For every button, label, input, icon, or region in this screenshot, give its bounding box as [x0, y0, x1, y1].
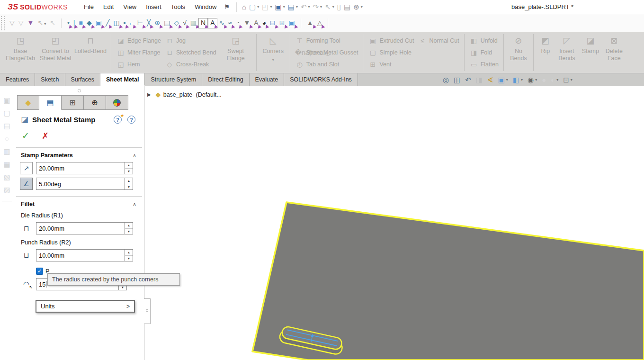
die-radius-input[interactable]: [36, 223, 125, 234]
stamp-depth-icon[interactable]: ↗: [20, 162, 33, 174]
smart-dimension-icon[interactable]: ⊢: [135, 18, 145, 28]
save-icon[interactable]: ▣▾: [274, 2, 286, 11]
magnifier-icon[interactable]: ◔: [234, 18, 242, 28]
cancel-x-button[interactable]: ✗: [42, 131, 49, 141]
tab-direct-editing[interactable]: Direct Editing: [202, 73, 249, 86]
select-icon[interactable]: ↖▾: [323, 2, 336, 11]
spin-up-icon[interactable]: ▲: [125, 178, 133, 184]
help-icon[interactable]: ?: [127, 116, 135, 124]
dropdown-caret-icon[interactable]: ▾: [270, 5, 272, 9]
node-expand-icon[interactable]: ⊞: [277, 18, 287, 28]
spin-down-icon[interactable]: ▼: [125, 184, 133, 190]
filter-active-icon[interactable]: ▼: [26, 18, 36, 28]
tab-structure-system[interactable]: Structure System: [145, 73, 202, 86]
dynamic-annotation-icon[interactable]: ∢: [485, 75, 496, 84]
depth-input[interactable]: [36, 162, 125, 174]
angle-input[interactable]: [36, 178, 125, 189]
tab-evaluate[interactable]: Evaluate: [250, 73, 285, 86]
spline-icon[interactable]: ∿: [217, 18, 227, 28]
ok-check-button[interactable]: ✓: [22, 130, 29, 141]
zoom-to-selection-icon[interactable]: N: [198, 18, 208, 28]
feature-tree-root[interactable]: ▶ ◆ base_plate- (Default...: [147, 91, 222, 98]
display-style-icon[interactable]: ◧▾: [510, 75, 525, 84]
tab-display-manager[interactable]: [106, 95, 128, 110]
clamp-icon[interactable]: ▼: [242, 18, 252, 28]
ribbon-button-stamp[interactable]: ◪ Stamp: [579, 34, 602, 71]
collapse-chevron-icon[interactable]: ∧: [133, 201, 136, 207]
hide-show-items-icon[interactable]: ◉▾: [525, 75, 539, 84]
lock-icon[interactable]: ▣: [3, 94, 10, 107]
expand-arrow-icon[interactable]: ▶: [147, 92, 151, 97]
ribbon-button-delete-face[interactable]: ⊠ Delete Face: [602, 34, 626, 71]
tab-feature-manager[interactable]: ◆: [17, 95, 39, 110]
tab-surfaces[interactable]: Surfaces: [65, 73, 100, 86]
design-library-icon[interactable]: ▤: [3, 119, 10, 132]
image-disabled-icon[interactable]: ▧: [3, 171, 10, 183]
dropdown-caret-icon[interactable]: ▾: [556, 78, 558, 82]
menu-pin-icon[interactable]: ⚑: [224, 3, 230, 10]
walkthrough-icon[interactable]: ▲: [305, 18, 315, 28]
punch-fillet-checkbox[interactable]: ✓: [36, 268, 43, 275]
collapse-chevron-icon[interactable]: ∧: [133, 153, 136, 159]
dropdown-caret-icon[interactable]: ▾: [257, 5, 259, 9]
ribbon-button-tab-and-slot[interactable]: ◴Tab and Slot: [295, 58, 358, 70]
ribbon-button-edge-flange[interactable]: ◪Edge Flange: [116, 35, 161, 47]
tab-sheet-metal[interactable]: Sheet Metal: [100, 73, 145, 86]
ribbon-button-miter-flange[interactable]: ◫Miter Flange: [116, 47, 161, 59]
ribbon-button-fold[interactable]: ◨Fold: [469, 47, 499, 59]
menu-view[interactable]: View: [118, 1, 141, 12]
units-menu-item[interactable]: Units >: [36, 300, 135, 313]
ribbon-button-no-bends[interactable]: ⊘ No Bends: [507, 34, 530, 71]
spin-down-icon[interactable]: ▼: [125, 256, 133, 261]
dropdown-caret-icon[interactable]: ▾: [320, 5, 322, 9]
extrude-cube-icon[interactable]: ▣: [94, 18, 104, 28]
filter-icon[interactable]: ▽: [8, 18, 17, 28]
menu-edit[interactable]: Edit: [98, 1, 118, 12]
redo-icon[interactable]: ↷▾: [312, 2, 324, 11]
ribbon-button-sheet-metal-gusset[interactable]: �național◵Sheet Metal Gusset: [295, 47, 358, 59]
dropdown-caret-icon[interactable]: ▾: [44, 22, 46, 26]
dropdown-caret-icon[interactable]: ▾: [332, 5, 334, 9]
select-lasso-icon[interactable]: ↖: [48, 18, 57, 28]
document-export-icon[interactable]: ▦: [3, 158, 10, 171]
photo-annotation-icon[interactable]: A: [252, 18, 260, 28]
toolbar-grip-handle[interactable]: [1, 16, 5, 30]
panel-resize-handle[interactable]: [78, 89, 81, 92]
ribbon-button-vent[interactable]: ⊞Vent: [368, 58, 414, 70]
walkthrough-record-icon[interactable]: △: [315, 18, 324, 28]
spin-up-icon[interactable]: ▲: [125, 223, 133, 229]
sketch-line-icon[interactable]: |: [72, 18, 77, 28]
apply-scene-icon[interactable]: ◐▾: [548, 75, 561, 84]
spin-down-icon[interactable]: ▼: [125, 229, 133, 234]
ribbon-button-flatten[interactable]: ▭Flatten: [469, 58, 499, 70]
print-icon[interactable]: ▤▾: [286, 2, 299, 11]
undo-icon[interactable]: ↶▾: [299, 2, 312, 11]
menu-window[interactable]: Window: [190, 1, 221, 12]
fillet-header[interactable]: Fillet ∧: [21, 201, 136, 207]
ribbon-button-insert-bends[interactable]: ◸ Insert Bends: [555, 34, 579, 71]
ribbon-button-jog[interactable]: ⊓Jog: [165, 35, 216, 47]
hatch-icon[interactable]: ≈: [226, 18, 234, 28]
home-icon[interactable]: ⌂: [241, 2, 248, 11]
ribbon-button-sketched-bend[interactable]: ⊔Sketched Bend: [165, 47, 216, 59]
view-orientation-icon[interactable]: ▣▾: [496, 75, 510, 84]
menu-tools[interactable]: Tools: [166, 1, 190, 12]
dropdown-caret-icon[interactable]: ▾: [571, 78, 572, 82]
search-magnifier-icon[interactable]: ◌: [5, 132, 9, 145]
ribbon-button-extruded-cut[interactable]: ▣Extruded Cut: [368, 35, 414, 47]
spin-down-icon[interactable]: ▼: [125, 169, 133, 174]
tab-property-manager[interactable]: ▤: [39, 95, 62, 110]
screen-capture-icon[interactable]: ▣: [287, 18, 297, 28]
node-collapse-icon[interactable]: ⊟: [268, 18, 277, 28]
dropdown-caret-icon[interactable]: ▾: [296, 5, 298, 9]
part-disabled-icon[interactable]: ▨: [3, 183, 10, 196]
tab-solidworks-add-ins[interactable]: SOLIDWORKS Add-Ins: [284, 73, 358, 86]
ribbon-button-convert-to-sheet-metal[interactable]: ◰ Convert to Sheet Metal: [38, 34, 73, 71]
loft-icon[interactable]: ◆: [85, 18, 94, 28]
trim-icon[interactable]: ╳: [145, 18, 152, 28]
filter-graphics-icon[interactable]: ▽: [17, 18, 26, 28]
ribbon-button-normal-cut[interactable]: ≤Normal Cut: [418, 35, 459, 47]
calculator-icon[interactable]: ▦: [188, 18, 198, 28]
punch-radius-input[interactable]: [36, 250, 125, 261]
spin-up-icon[interactable]: ▲: [125, 162, 133, 169]
